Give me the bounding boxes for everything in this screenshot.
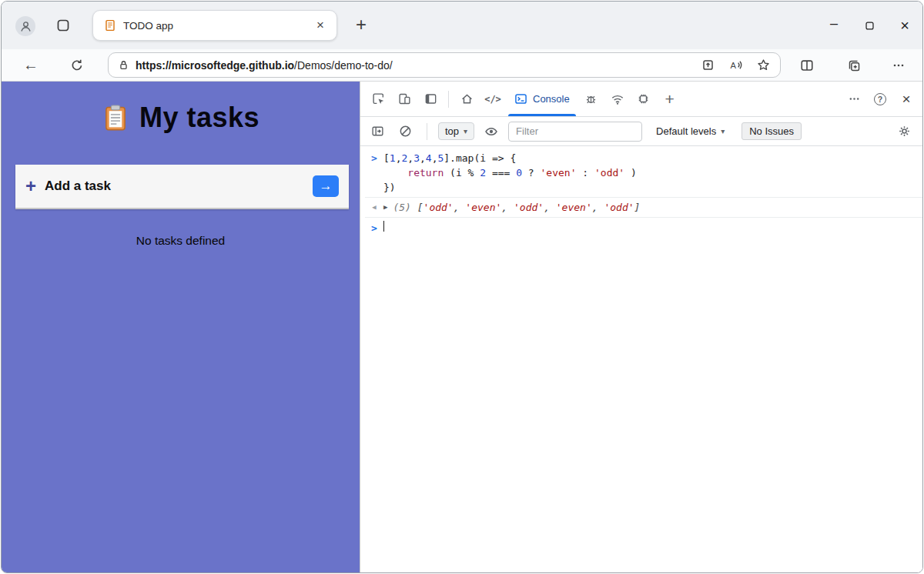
log-levels-dropdown[interactable]: Default levels ▾ xyxy=(656,125,725,137)
page-title: My tasks xyxy=(139,102,259,134)
browser-more-icon[interactable] xyxy=(888,55,909,76)
svg-text:A: A xyxy=(730,61,736,70)
token: , xyxy=(544,202,556,213)
add-panel-icon[interactable]: + xyxy=(657,82,683,116)
devtools-main-toolbar: </> Console xyxy=(360,82,922,117)
token: 'even' xyxy=(556,202,592,213)
token: 1 xyxy=(390,152,396,164)
console-prompt[interactable]: > xyxy=(365,218,922,239)
result-marker-icon: ◀ xyxy=(365,200,383,215)
read-aloud-icon[interactable]: A xyxy=(725,55,746,76)
input-chevron-icon: > xyxy=(365,151,383,165)
token: ] xyxy=(444,152,450,164)
tab-close-icon[interactable]: × xyxy=(312,17,329,34)
token: : xyxy=(577,167,594,179)
code-line: [1,2,3,4,5].map(i => { xyxy=(383,151,516,165)
console-tab[interactable]: Console xyxy=(506,82,578,116)
token: , xyxy=(501,202,514,213)
code-line: return (i % 2 === 0 ? 'even' : 'odd' ) xyxy=(383,165,637,180)
token: [ xyxy=(383,152,390,164)
issues-badge[interactable]: No Issues xyxy=(742,122,802,140)
context-selector-value: top xyxy=(445,125,459,137)
address-bar[interactable]: https://microsoftedge.github.io/Demos/de… xyxy=(108,52,781,78)
token: => { xyxy=(486,152,516,164)
submit-task-button[interactable]: → xyxy=(313,175,339,197)
gutter xyxy=(365,165,383,180)
token: ( xyxy=(444,167,456,179)
tab-title: TODO app xyxy=(123,20,305,32)
console-sidebar-icon[interactable] xyxy=(367,121,388,142)
maximize-button[interactable] xyxy=(852,2,887,49)
welcome-home-icon[interactable] xyxy=(454,82,480,116)
log-levels-label: Default levels xyxy=(656,125,716,137)
bug-icon[interactable] xyxy=(578,82,604,116)
console-settings-gear-icon[interactable] xyxy=(893,121,915,142)
token: 'even' xyxy=(465,202,501,213)
token: (5) xyxy=(393,202,410,213)
sources-tab[interactable]: </> xyxy=(480,82,506,116)
filter-input[interactable] xyxy=(508,122,642,142)
device-emulation-icon[interactable] xyxy=(391,82,417,116)
collections-icon[interactable] xyxy=(843,55,865,76)
token: .map( xyxy=(450,152,480,164)
inspect-element-icon[interactable] xyxy=(365,82,391,116)
plus-icon: + xyxy=(25,177,36,195)
code-icon: </> xyxy=(484,94,501,105)
back-button[interactable]: ← xyxy=(20,55,42,76)
split-screen-icon[interactable] xyxy=(796,55,818,76)
profile-avatar[interactable] xyxy=(15,16,35,36)
new-tab-button[interactable]: + xyxy=(350,13,373,36)
token: ] xyxy=(634,202,641,213)
token: , xyxy=(407,152,413,164)
console-input-echo-line-3: }) xyxy=(365,180,922,195)
console-output: >[1,2,3,4,5].map(i => { return (i % 2 ==… xyxy=(360,146,922,573)
browser-window: TODO app × + – × ← xyxy=(1,1,923,573)
devtools-panel: </> Console xyxy=(360,82,922,573)
panel-layout-icon[interactable] xyxy=(417,82,444,116)
help-glyph: ? xyxy=(874,93,886,105)
network-conditions-icon[interactable] xyxy=(604,82,631,116)
navigation-bar: ← https://microsoftedge.github.io/Demos/… xyxy=(2,49,922,82)
token: , xyxy=(592,202,604,213)
devtools-more-icon[interactable] xyxy=(841,82,867,116)
console-input-echo-line-2: return (i % 2 === 0 ? 'even' : 'odd' ) xyxy=(365,165,922,180)
clear-console-icon[interactable] xyxy=(394,121,416,142)
prompt-chevron-icon: > xyxy=(365,221,383,235)
console-toolbar: top ▾ Default levels ▾ No Issues xyxy=(360,117,922,146)
token xyxy=(383,167,407,179)
token: 'odd' xyxy=(514,202,544,213)
context-selector[interactable]: top ▾ xyxy=(438,122,474,140)
performance-chip-icon[interactable] xyxy=(631,82,657,116)
text-cursor xyxy=(383,221,384,232)
close-window-button[interactable]: × xyxy=(887,2,922,49)
expand-triangle-icon[interactable]: ▶ xyxy=(383,200,387,215)
refresh-button[interactable] xyxy=(66,55,88,76)
token: === xyxy=(486,167,516,179)
token: 0 xyxy=(516,167,522,179)
token: % xyxy=(462,167,480,179)
token: [ xyxy=(411,202,424,213)
token: , xyxy=(454,202,466,213)
token: 'odd' xyxy=(594,167,624,179)
token: ? xyxy=(522,167,540,179)
app-install-icon[interactable] xyxy=(697,55,718,76)
console-input-echo-line-1: >[1,2,3,4,5].map(i => { xyxy=(365,151,922,165)
minimize-button[interactable]: – xyxy=(816,2,852,49)
person-icon xyxy=(19,20,32,33)
live-expression-eye-icon[interactable] xyxy=(480,121,502,142)
help-icon[interactable]: ? xyxy=(867,82,893,116)
toolbar-separator xyxy=(448,91,449,108)
console-result-row: ◀▶(5) ['odd', 'even', 'odd', 'even', 'od… xyxy=(365,197,922,218)
arrow-right-icon: → xyxy=(320,179,333,194)
tab-actions-icon[interactable] xyxy=(56,18,70,32)
close-devtools-icon[interactable]: × xyxy=(893,82,919,116)
code-line: }) xyxy=(383,180,396,195)
token: }) xyxy=(383,182,396,193)
browser-tab[interactable]: TODO app × xyxy=(92,10,337,41)
token: 'odd' xyxy=(424,202,454,213)
add-task-input[interactable]: + Add a task → xyxy=(15,165,349,209)
token: ) xyxy=(624,167,637,179)
window-controls: – × xyxy=(816,2,922,49)
favorites-star-icon[interactable] xyxy=(752,55,774,76)
chevron-down-icon: ▾ xyxy=(721,127,725,135)
